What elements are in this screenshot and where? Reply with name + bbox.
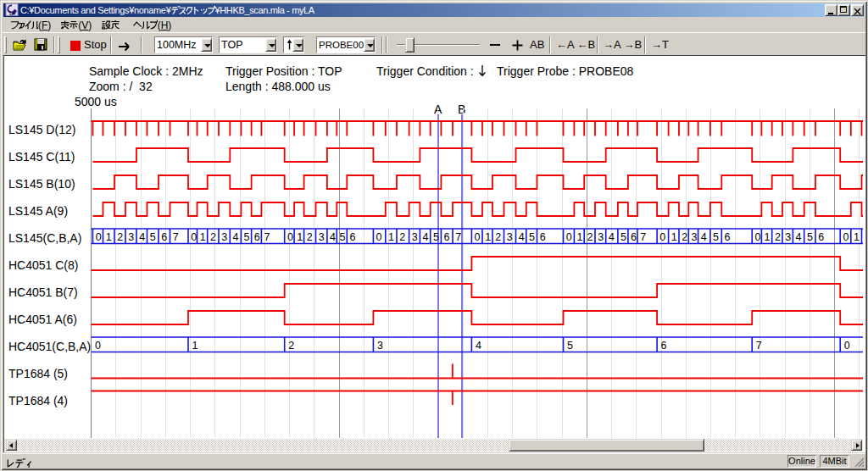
svg-text:2: 2	[117, 231, 123, 243]
svg-text:7: 7	[264, 231, 270, 243]
svg-text:5: 5	[433, 231, 439, 243]
svg-text:5: 5	[567, 340, 573, 352]
svg-text:1: 1	[106, 231, 112, 243]
svg-text:5: 5	[620, 231, 626, 243]
svg-text:6: 6	[254, 231, 260, 243]
svg-text:1: 1	[577, 231, 583, 243]
svg-text:4: 4	[476, 340, 481, 352]
svg-text:2: 2	[210, 231, 216, 243]
svg-text:5: 5	[807, 231, 813, 243]
svg-text:0: 0	[96, 231, 102, 243]
svg-text:4: 4	[423, 231, 429, 243]
svg-text:0: 0	[659, 231, 665, 243]
svg-text:1: 1	[200, 231, 206, 243]
svg-text:1: 1	[765, 231, 771, 243]
svg-text:2: 2	[307, 231, 313, 243]
svg-text:0: 0	[376, 231, 382, 243]
svg-text:2: 2	[399, 231, 405, 243]
svg-text:3: 3	[507, 231, 513, 243]
svg-text:2: 2	[775, 231, 781, 243]
svg-text:0: 0	[191, 231, 197, 243]
svg-text:3: 3	[785, 231, 791, 243]
svg-text:5: 5	[340, 231, 346, 243]
svg-text:1: 1	[854, 231, 860, 243]
svg-text:3: 3	[412, 231, 418, 243]
svg-text:6: 6	[350, 231, 356, 243]
svg-text:5: 5	[244, 231, 250, 243]
svg-text:0: 0	[287, 231, 293, 243]
svg-text:3: 3	[319, 231, 325, 243]
svg-text:4: 4	[233, 231, 239, 243]
svg-text:6: 6	[725, 231, 731, 243]
svg-text:1: 1	[485, 231, 491, 243]
svg-text:2: 2	[587, 231, 593, 243]
svg-text:2: 2	[288, 340, 294, 352]
svg-text:6: 6	[444, 231, 450, 243]
svg-text:0: 0	[95, 340, 101, 352]
svg-text:6: 6	[540, 231, 546, 243]
svg-text:6: 6	[818, 231, 824, 243]
svg-text:0: 0	[475, 231, 481, 243]
svg-text:4: 4	[701, 231, 707, 243]
svg-text:4: 4	[519, 231, 525, 243]
svg-text:4: 4	[609, 231, 615, 243]
svg-text:1: 1	[192, 340, 198, 352]
svg-text:4: 4	[330, 231, 336, 243]
svg-text:0: 0	[843, 231, 849, 243]
svg-text:7: 7	[640, 231, 646, 243]
svg-text:3: 3	[128, 231, 134, 243]
svg-text:3: 3	[692, 231, 698, 243]
svg-text:7: 7	[756, 340, 762, 352]
svg-text:5: 5	[150, 231, 156, 243]
svg-text:7: 7	[455, 231, 461, 243]
svg-text:0: 0	[566, 231, 572, 243]
svg-text:1: 1	[388, 231, 394, 243]
svg-text:3: 3	[377, 340, 383, 352]
svg-text:5: 5	[713, 231, 719, 243]
svg-text:1: 1	[671, 231, 677, 243]
svg-text:1: 1	[297, 231, 303, 243]
svg-text:0: 0	[754, 231, 760, 243]
svg-text:2: 2	[495, 231, 501, 243]
svg-text:7: 7	[173, 231, 179, 243]
svg-text:6: 6	[661, 340, 667, 352]
svg-text:4: 4	[139, 231, 145, 243]
svg-text:6: 6	[631, 231, 637, 243]
svg-text:3: 3	[598, 231, 604, 243]
svg-text:2: 2	[682, 231, 687, 243]
svg-text:6: 6	[161, 231, 167, 243]
svg-text:5: 5	[529, 231, 535, 243]
svg-text:3: 3	[221, 231, 227, 243]
svg-text:4: 4	[796, 231, 802, 243]
svg-text:0: 0	[844, 340, 850, 352]
